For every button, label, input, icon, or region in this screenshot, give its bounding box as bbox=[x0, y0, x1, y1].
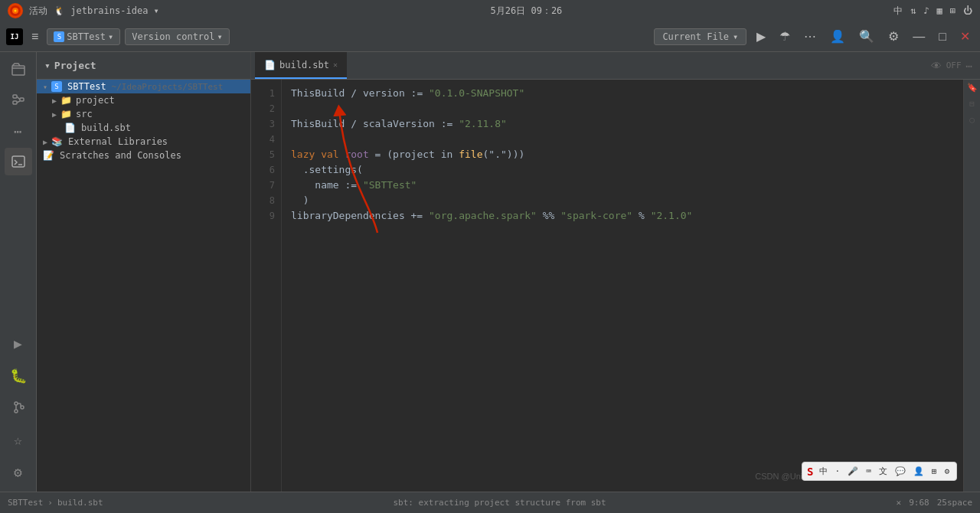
tree-item-sbttest[interactable]: ▾ S SBTTest ~/IdeaProjects/SBTTest bbox=[37, 80, 250, 93]
editor-tabs-right: 👁 OFF ⋯ bbox=[931, 60, 976, 72]
tab-close-button[interactable]: ✕ bbox=[333, 60, 338, 69]
cancel-task-icon[interactable]: ✕ bbox=[897, 498, 902, 508]
ime-logo: S bbox=[807, 466, 813, 478]
code-content[interactable]: ThisBuild / version := "0.1.0-SNAPSHOT" … bbox=[282, 80, 963, 492]
project-header-chevron: ▾ bbox=[44, 60, 51, 71]
activity-run-icon[interactable]: ▶ bbox=[5, 329, 32, 357]
code-line-3: ThisBuild / scalaVersion := "2.11.8" bbox=[291, 116, 954, 132]
project-button[interactable]: S SBTTest ▾ bbox=[47, 28, 120, 45]
display-icon: ⊞ bbox=[950, 5, 956, 16]
status-bar-left: SBTTest › build.sbt bbox=[8, 498, 103, 508]
input-mode: 中 bbox=[893, 5, 903, 18]
ext-lib-label: External Libraries bbox=[68, 136, 168, 147]
off-toggle[interactable]: OFF bbox=[946, 60, 962, 70]
code-line-6: .settings( bbox=[291, 162, 954, 178]
run-button[interactable]: ▶ bbox=[753, 28, 769, 45]
svg-point-11 bbox=[15, 402, 18, 405]
ime-dot-btn[interactable]: · bbox=[833, 466, 843, 477]
tab-build-sbt-label: build.sbt bbox=[279, 60, 329, 70]
version-control-button[interactable]: Version control ▾ bbox=[125, 28, 230, 45]
tab-sbt-icon: 📄 bbox=[264, 60, 276, 70]
project-label: SBTTest bbox=[67, 31, 106, 42]
os-bar-right: 中 ⇅ ♪ ▦ ⊞ ⏻ bbox=[893, 5, 972, 18]
more-actions-button[interactable]: ⋯ bbox=[800, 28, 820, 45]
right-diff-icon[interactable]: ⊟ bbox=[969, 99, 975, 109]
coverage-button[interactable]: ☂ bbox=[776, 28, 794, 45]
ime-apps-btn[interactable]: ⊞ bbox=[929, 466, 939, 477]
status-project-label[interactable]: SBTTest bbox=[8, 498, 43, 508]
search-everywhere-button[interactable]: 🔍 bbox=[855, 28, 878, 45]
right-scope-icon[interactable]: ○ bbox=[969, 115, 975, 125]
os-logo bbox=[8, 3, 23, 18]
ime-translate-btn[interactable]: 文 bbox=[877, 465, 890, 478]
status-encoding[interactable]: 25space bbox=[937, 498, 972, 508]
minimize-button[interactable]: — bbox=[909, 28, 929, 45]
tabs-more-icon[interactable]: ⋯ bbox=[966, 60, 972, 72]
code-line-9: libraryDependencies += "org.apache.spark… bbox=[291, 208, 954, 224]
project-header-label: Project bbox=[54, 60, 96, 71]
ime-more-btn[interactable]: ⚙ bbox=[942, 466, 952, 477]
activity-terminal-icon[interactable] bbox=[5, 148, 32, 175]
eye-icon[interactable]: 👁 bbox=[931, 60, 942, 72]
src-folder-chevron: ▶ bbox=[52, 110, 57, 119]
activity-git-icon[interactable] bbox=[5, 394, 32, 421]
activity-bookmark-icon[interactable]: ☆ bbox=[5, 426, 32, 453]
activity-more-icon[interactable]: ⋯ bbox=[5, 117, 32, 145]
activity-bar: ⋯ ▶ 🐛 ☆ ⚙ bbox=[0, 52, 37, 492]
ext-lib-icon: 📚 bbox=[51, 136, 63, 147]
tab-build-sbt[interactable]: 📄 build.sbt ✕ bbox=[255, 52, 347, 79]
svg-point-2 bbox=[15, 10, 17, 12]
activity-bar-bottom: ▶ 🐛 ☆ ⚙ bbox=[5, 329, 32, 492]
ide-toolbar: IJ ≡ S SBTTest ▾ Version control ▾ Curre… bbox=[0, 21, 980, 52]
activity-settings-icon[interactable]: ⚙ bbox=[5, 458, 32, 485]
hamburger-menu-button[interactable]: ≡ bbox=[28, 28, 42, 45]
ime-mic-btn[interactable]: 🎤 bbox=[845, 466, 861, 477]
activity-structure-icon[interactable] bbox=[5, 87, 32, 114]
power-icon: ⏻ bbox=[963, 5, 972, 16]
tree-item-external-libraries[interactable]: ▶ 📚 External Libraries bbox=[37, 135, 250, 149]
sbttest-path: ~/IdeaProjects/SBTTest bbox=[112, 82, 224, 92]
activity-folder-icon[interactable] bbox=[5, 56, 32, 83]
current-file-button[interactable]: Current File ▾ bbox=[654, 28, 746, 45]
scratches-label: Scratches and Consoles bbox=[60, 150, 181, 161]
right-bookmark-icon[interactable]: 🔖 bbox=[967, 83, 978, 93]
code-line-4 bbox=[291, 132, 954, 147]
code-line-1: ThisBuild / version := "0.1.0-SNAPSHOT" bbox=[291, 86, 954, 101]
project-panel-header[interactable]: ▾ Project bbox=[37, 52, 250, 80]
account-button[interactable]: 👤 bbox=[826, 28, 849, 45]
network-icon: ⇅ bbox=[910, 5, 916, 16]
maximize-button[interactable]: □ bbox=[935, 28, 950, 45]
os-bar-center: 5月26日 09：26 bbox=[491, 5, 563, 18]
current-file-label: Current File bbox=[662, 31, 729, 42]
project-dropdown-icon: ▾ bbox=[108, 31, 113, 42]
build-sbt-label: build.sbt bbox=[81, 123, 131, 133]
tree-item-src[interactable]: ▶ 📁 src bbox=[37, 107, 250, 121]
ime-toolbar: S 中 · 🎤 ⌨ 文 💬 👤 ⊞ ⚙ bbox=[802, 462, 957, 481]
sbttest-icon: S bbox=[51, 81, 62, 92]
tree-item-project[interactable]: ▶ 📁 project bbox=[37, 93, 250, 107]
ime-chinese-btn[interactable]: 中 bbox=[817, 465, 830, 478]
code-line-2 bbox=[291, 101, 954, 116]
status-breadcrumb-sep1: › bbox=[47, 498, 53, 508]
tree-item-scratches[interactable]: 📝 Scratches and Consoles bbox=[37, 149, 250, 162]
close-window-button[interactable]: ✕ bbox=[956, 28, 974, 45]
ime-avatar-btn[interactable]: 👤 bbox=[911, 466, 926, 477]
ime-chat-btn[interactable]: 💬 bbox=[893, 466, 908, 477]
tree-item-build-sbt[interactable]: 📄 build.sbt bbox=[37, 121, 250, 135]
version-control-label: Version control bbox=[132, 31, 214, 42]
settings-button[interactable]: ⚙ bbox=[884, 28, 903, 45]
app-name: 🐧 jetbrains-idea ▾ bbox=[54, 5, 159, 16]
volume-icon: ♪ bbox=[923, 5, 929, 16]
project-icon: S bbox=[54, 31, 64, 42]
svg-rect-5 bbox=[13, 101, 17, 104]
ext-lib-chevron: ▶ bbox=[43, 138, 47, 146]
status-position[interactable]: 9:68 bbox=[909, 498, 929, 508]
activity-debug-icon[interactable]: 🐛 bbox=[5, 361, 32, 389]
battery-icon: ▦ bbox=[937, 5, 942, 16]
status-file-label[interactable]: build.sbt bbox=[57, 498, 103, 508]
ime-keyboard-btn[interactable]: ⌨ bbox=[864, 466, 874, 477]
status-bar-right: ✕ 9:68 25space bbox=[897, 498, 972, 508]
os-bar: 活动 🐧 jetbrains-idea ▾ 5月26日 09：26 中 ⇅ ♪ … bbox=[0, 0, 980, 21]
line-numbers: 12345 6789 bbox=[251, 80, 282, 492]
activities-label: 活动 bbox=[29, 5, 47, 18]
